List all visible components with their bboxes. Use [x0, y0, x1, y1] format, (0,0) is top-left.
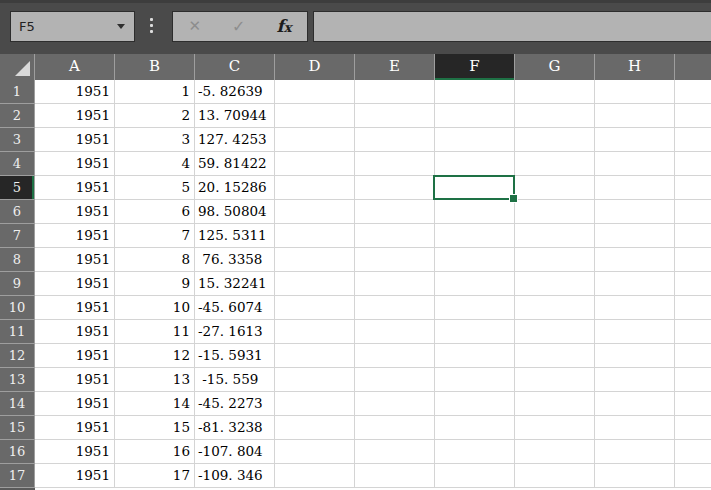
- cell-F1[interactable]: [435, 80, 515, 104]
- row-header-12[interactable]: 12: [0, 344, 35, 368]
- cell-B12[interactable]: 12: [115, 344, 195, 368]
- cell-F2[interactable]: [435, 104, 515, 128]
- cell-F14[interactable]: [435, 392, 515, 416]
- row-header-8[interactable]: 8: [0, 248, 35, 272]
- cell-partial-11[interactable]: [675, 320, 711, 344]
- cell-E4[interactable]: [355, 152, 435, 176]
- cell-A16[interactable]: 1951: [35, 440, 115, 464]
- cell-G5[interactable]: [515, 176, 595, 200]
- cell-partial-14[interactable]: [675, 392, 711, 416]
- cell-G3[interactable]: [515, 128, 595, 152]
- cell-B6[interactable]: 6: [115, 200, 195, 224]
- row-header-1[interactable]: 1: [0, 80, 35, 104]
- cell-F12[interactable]: [435, 344, 515, 368]
- cell-partial-9[interactable]: [675, 272, 711, 296]
- cell-H12[interactable]: [595, 344, 675, 368]
- cell-G17[interactable]: [515, 464, 595, 488]
- cell-C1[interactable]: -5. 82639: [195, 80, 275, 104]
- cell-H13[interactable]: [595, 368, 675, 392]
- column-header-A[interactable]: A: [35, 54, 115, 80]
- cell-partial-13[interactable]: [675, 368, 711, 392]
- name-box-dropdown-icon[interactable]: [117, 24, 125, 29]
- cell-C16[interactable]: -107. 804: [195, 440, 275, 464]
- cell-B2[interactable]: 2: [115, 104, 195, 128]
- cell-partial-2[interactable]: [675, 104, 711, 128]
- cell-E15[interactable]: [355, 416, 435, 440]
- cell-partial-3[interactable]: [675, 128, 711, 152]
- column-header-C[interactable]: C: [195, 54, 275, 80]
- cell-C5[interactable]: 20. 15286: [195, 176, 275, 200]
- cell-G8[interactable]: [515, 248, 595, 272]
- cell-partial-5[interactable]: [675, 176, 711, 200]
- cell-D3[interactable]: [275, 128, 355, 152]
- cell-H5[interactable]: [595, 176, 675, 200]
- cell-C10[interactable]: -45. 6074: [195, 296, 275, 320]
- cell-B17[interactable]: 17: [115, 464, 195, 488]
- cell-G14[interactable]: [515, 392, 595, 416]
- row-header-7[interactable]: 7: [0, 224, 35, 248]
- cell-H2[interactable]: [595, 104, 675, 128]
- cell-A8[interactable]: 1951: [35, 248, 115, 272]
- name-box[interactable]: F5: [10, 11, 135, 42]
- cell-C3[interactable]: 127. 4253: [195, 128, 275, 152]
- cell-B10[interactable]: 10: [115, 296, 195, 320]
- cell-G2[interactable]: [515, 104, 595, 128]
- column-header-E[interactable]: E: [355, 54, 435, 80]
- cell-partial-6[interactable]: [675, 200, 711, 224]
- cell-D13[interactable]: [275, 368, 355, 392]
- cell-H8[interactable]: [595, 248, 675, 272]
- cell-E7[interactable]: [355, 224, 435, 248]
- cell-partial-17[interactable]: [675, 464, 711, 488]
- formula-input[interactable]: [313, 11, 711, 42]
- cell-B4[interactable]: 4: [115, 152, 195, 176]
- cell-G7[interactable]: [515, 224, 595, 248]
- row-header-6[interactable]: 6: [0, 200, 35, 224]
- cell-E9[interactable]: [355, 272, 435, 296]
- cell-A2[interactable]: 1951: [35, 104, 115, 128]
- cell-C4[interactable]: 59. 81422: [195, 152, 275, 176]
- cell-A15[interactable]: 1951: [35, 416, 115, 440]
- cell-E12[interactable]: [355, 344, 435, 368]
- cell-A1[interactable]: 1951: [35, 80, 115, 104]
- cell-C7[interactable]: 125. 5311: [195, 224, 275, 248]
- cell-F11[interactable]: [435, 320, 515, 344]
- cell-C11[interactable]: -27. 1613: [195, 320, 275, 344]
- cell-partial-7[interactable]: [675, 224, 711, 248]
- cell-H9[interactable]: [595, 272, 675, 296]
- row-header-2[interactable]: 2: [0, 104, 35, 128]
- cell-G11[interactable]: [515, 320, 595, 344]
- cell-D15[interactable]: [275, 416, 355, 440]
- cell-D8[interactable]: [275, 248, 355, 272]
- cell-D11[interactable]: [275, 320, 355, 344]
- cell-B7[interactable]: 7: [115, 224, 195, 248]
- cell-E11[interactable]: [355, 320, 435, 344]
- cell-G1[interactable]: [515, 80, 595, 104]
- cell-C12[interactable]: -15. 5931: [195, 344, 275, 368]
- cell-D10[interactable]: [275, 296, 355, 320]
- cell-G9[interactable]: [515, 272, 595, 296]
- cell-E5[interactable]: [355, 176, 435, 200]
- column-header-B[interactable]: B: [115, 54, 195, 80]
- cell-A14[interactable]: 1951: [35, 392, 115, 416]
- cell-partial-15[interactable]: [675, 416, 711, 440]
- cell-B15[interactable]: 15: [115, 416, 195, 440]
- selection-box[interactable]: [433, 175, 515, 200]
- formula-bar-grip-icon[interactable]: [150, 18, 153, 33]
- cell-A12[interactable]: 1951: [35, 344, 115, 368]
- cell-E14[interactable]: [355, 392, 435, 416]
- cancel-icon[interactable]: ✕: [188, 19, 201, 34]
- cell-E2[interactable]: [355, 104, 435, 128]
- cell-C9[interactable]: 15. 32241: [195, 272, 275, 296]
- column-header-G[interactable]: G: [515, 54, 595, 80]
- cell-G12[interactable]: [515, 344, 595, 368]
- cell-F16[interactable]: [435, 440, 515, 464]
- row-header-4[interactable]: 4: [0, 152, 35, 176]
- cell-C17[interactable]: -109. 346: [195, 464, 275, 488]
- cell-E6[interactable]: [355, 200, 435, 224]
- cell-G4[interactable]: [515, 152, 595, 176]
- cell-D5[interactable]: [275, 176, 355, 200]
- cell-D4[interactable]: [275, 152, 355, 176]
- cell-partial-4[interactable]: [675, 152, 711, 176]
- cell-B16[interactable]: 16: [115, 440, 195, 464]
- cell-partial-8[interactable]: [675, 248, 711, 272]
